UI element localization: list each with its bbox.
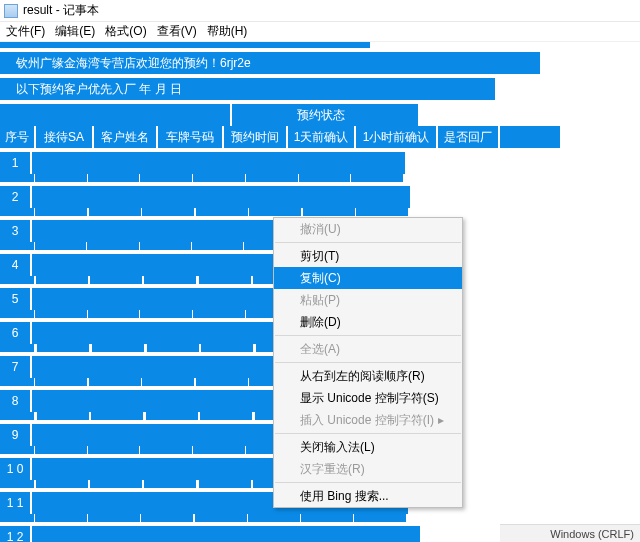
row-number: 9 (0, 428, 30, 442)
banner-priority: 以下预约客户优先入厂 年 月 日 (0, 78, 495, 100)
ctx-cut[interactable]: 剪切(T) (274, 245, 462, 267)
ctx-insert-unicode-label: 插入 Unicode 控制字符(I) (300, 412, 434, 429)
ctx-bing-search[interactable]: 使用 Bing 搜索... (274, 485, 462, 507)
ctx-close-ime[interactable]: 关闭输入法(L) (274, 436, 462, 458)
row-number: 1 (0, 156, 30, 170)
ctx-copy[interactable]: 复制(C) (274, 267, 462, 289)
header-row: 序号 接待SA 客户姓名 车牌号码 预约时间 1天前确认 1小时前确认 是否回厂 (0, 126, 560, 148)
col-customer: 客户姓名 (94, 129, 156, 146)
row-ticks (0, 174, 403, 182)
menu-edit[interactable]: 编辑(E) (55, 23, 95, 40)
col-sa: 接待SA (36, 129, 92, 146)
ctx-show-unicode[interactable]: 显示 Unicode 控制字符(S) (274, 387, 462, 409)
banner-welcome: 钦州广缘金海湾专营店欢迎您的预约！6rjr2e (0, 52, 540, 74)
menu-file[interactable]: 文件(F) (6, 23, 45, 40)
col-1day: 1天前确认 (288, 129, 354, 146)
row-number: 6 (0, 326, 30, 340)
menu-help[interactable]: 帮助(H) (207, 23, 248, 40)
row-number: 1 2 (0, 530, 30, 542)
col-1hour: 1小时前确认 (356, 129, 436, 146)
col-plate: 车牌号码 (158, 129, 222, 146)
table-row: 1 (0, 152, 640, 186)
menu-format[interactable]: 格式(O) (105, 23, 146, 40)
row-ticks (0, 514, 406, 522)
status-encoding: Windows (CRLF) (550, 528, 634, 540)
row-number: 4 (0, 258, 30, 272)
row-number: 7 (0, 360, 30, 374)
header-row-top: 预约状态 (0, 104, 640, 126)
col-time: 预约时间 (224, 129, 286, 146)
menu-view[interactable]: 查看(V) (157, 23, 197, 40)
speech-bubble-icon (534, 498, 562, 518)
row-number: 2 (0, 190, 30, 204)
context-menu: 撤消(U) 剪切(T) 复制(C) 粘贴(P) 删除(D) 全选(A) 从右到左… (273, 217, 463, 508)
ctx-delete[interactable]: 删除(D) (274, 311, 462, 333)
notepad-icon (4, 4, 18, 18)
ctx-reconvert[interactable]: 汉字重选(R) (274, 458, 462, 480)
banner-welcome-text: 钦州广缘金海湾专营店欢迎您的预约！6rjr2e (16, 55, 251, 72)
table-row: 2 (0, 186, 640, 220)
menu-bar: 文件(F) 编辑(E) 格式(O) 查看(V) 帮助(H) (0, 22, 640, 42)
ctx-selectall[interactable]: 全选(A) (274, 338, 462, 360)
chevron-right-icon: ▸ (438, 413, 444, 427)
watermark: 悟空问答 (534, 497, 632, 518)
ctx-insert-unicode[interactable]: 插入 Unicode 控制字符(I) ▸ (274, 409, 462, 431)
row-number: 8 (0, 394, 30, 408)
status-bar: Windows (CRLF) (500, 524, 640, 542)
row-number: 1 1 (0, 496, 30, 510)
watermark-text: 悟空问答 (568, 497, 632, 518)
ctx-rtl[interactable]: 从右到左的阅读顺序(R) (274, 365, 462, 387)
editor-area[interactable]: 钦州广缘金海湾专营店欢迎您的预约！6rjr2e 以下预约客户优先入厂 年 月 日… (0, 42, 640, 542)
ctx-paste[interactable]: 粘贴(P) (274, 289, 462, 311)
row-ticks (0, 208, 408, 216)
col-return: 是否回厂 (438, 129, 498, 146)
header-status: 预约状态 (297, 107, 345, 124)
window-title: result - 记事本 (23, 2, 99, 19)
row-number: 3 (0, 224, 30, 238)
title-bar: result - 记事本 (0, 0, 640, 22)
row-number: 5 (0, 292, 30, 306)
col-seq: 序号 (0, 129, 34, 146)
row-number: 1 0 (0, 462, 30, 476)
ctx-undo[interactable]: 撤消(U) (274, 218, 462, 240)
banner-priority-text: 以下预约客户优先入厂 年 月 日 (16, 81, 182, 98)
